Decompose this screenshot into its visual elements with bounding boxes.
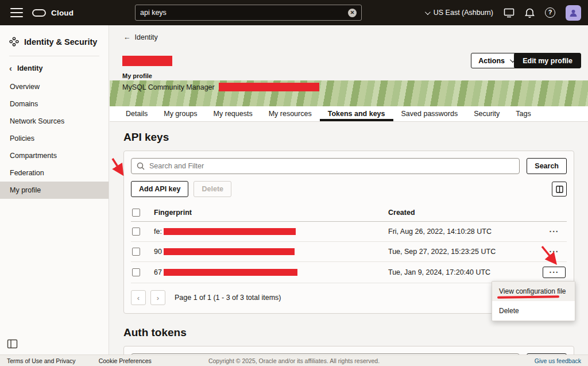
identity-security-icon: [9, 37, 19, 47]
global-search[interactable]: ✕: [135, 5, 362, 21]
table-header: Fingerprint Created: [131, 204, 567, 222]
tab-my-requests[interactable]: My requests: [206, 106, 261, 121]
created-cell: Tue, Sep 27, 2022, 15:23:25 UTC: [388, 248, 538, 256]
notifications-bell-icon[interactable]: [525, 7, 535, 18]
oci-console: Cloud ✕ US East (Ashburn): [0, 0, 588, 366]
tab-saved-passwords[interactable]: Saved passwords: [393, 106, 466, 121]
sidebar-back-identity[interactable]: ‹ Identity: [0, 56, 109, 78]
menu-item-view-configuration-file[interactable]: View configuration file: [492, 282, 575, 301]
topbar: Cloud ✕ US East (Ashburn): [0, 0, 588, 25]
redacted-description: [219, 83, 319, 91]
chevron-left-icon: ‹: [9, 66, 12, 71]
created-cell: Fri, Aug 26, 2022, 14:10:28 UTC: [388, 228, 538, 236]
oracle-logo: [32, 9, 46, 17]
delete-api-key-button[interactable]: Delete: [194, 181, 231, 197]
give-feedback-link[interactable]: Give us feedback: [535, 357, 581, 364]
terms-link[interactable]: Terms of Use and Privacy: [7, 357, 76, 364]
topbar-right: US East (Ashburn) ?: [425, 5, 581, 21]
pagination-summary: Page 1 of 1 (1 - 3 of 3 total items): [175, 294, 281, 302]
table-row: 67 Tue, Jan 9, 2024, 17:20:40 UTC ···: [131, 262, 567, 283]
api-keys-search[interactable]: [131, 158, 520, 174]
sidebar-nav: Overview Domains Network Sources Policie…: [0, 78, 109, 199]
annotation-red-underline: [497, 295, 559, 298]
menu-item-delete[interactable]: Delete: [492, 301, 575, 321]
sidebar-item-my-profile[interactable]: My profile: [0, 182, 109, 199]
sidebar-title: Identity & Security: [0, 25, 109, 56]
row-actions-icon[interactable]: ···: [543, 246, 566, 257]
global-search-input[interactable]: [140, 9, 348, 17]
sidebar-item-compartments[interactable]: Compartments: [0, 147, 109, 164]
tab-security[interactable]: Security: [466, 106, 508, 121]
user-avatar[interactable]: [566, 5, 581, 21]
help-icon[interactable]: ?: [545, 7, 555, 18]
footer: Terms of Use and Privacy Cookie Preferen…: [0, 355, 588, 366]
cookie-preferences-link[interactable]: Cookie Preferences: [99, 357, 152, 364]
profile-banner: ← Identity My profile MySQL Community Ma…: [110, 25, 588, 106]
created-cell: Tue, Jan 9, 2024, 17:20:40 UTC: [388, 268, 538, 276]
region-selector[interactable]: US East (Ashburn): [425, 9, 493, 17]
column-created: Created: [388, 209, 538, 217]
sidebar-item-overview[interactable]: Overview: [0, 78, 109, 95]
copyright-text: Copyright © 2025, Oracle and/or its affi…: [208, 357, 380, 364]
hamburger-menu-icon[interactable]: [10, 8, 23, 17]
select-all-checkbox[interactable]: [132, 209, 140, 217]
row-actions-icon[interactable]: ···: [543, 226, 566, 237]
redacted-fingerprint: [164, 269, 297, 276]
tab-details[interactable]: Details: [118, 106, 156, 121]
sidebar-item-federation[interactable]: Federation: [0, 164, 109, 182]
column-fingerprint: Fingerprint: [154, 209, 384, 217]
tab-tags[interactable]: Tags: [508, 106, 539, 121]
redacted-user-name: [122, 56, 172, 66]
table-row: 90 Tue, Sep 27, 2022, 15:23:25 UTC ···: [131, 242, 567, 262]
search-icon: [137, 162, 145, 170]
edit-my-profile-button[interactable]: Edit my profile: [514, 53, 581, 68]
profile-tabs: Details My groups My requests My resourc…: [110, 106, 588, 122]
profile-description: MySQL Community Manager: [122, 83, 319, 91]
clear-search-icon[interactable]: ✕: [348, 9, 357, 17]
region-label: US East (Ashburn): [434, 9, 493, 17]
redacted-fingerprint: [164, 228, 296, 235]
row-checkbox[interactable]: [132, 228, 140, 236]
tab-my-groups[interactable]: My groups: [156, 106, 205, 121]
table-row: fe: Fri, Aug 26, 2022, 14:10:28 UTC ···: [131, 222, 567, 242]
brand-label: Cloud: [51, 9, 74, 17]
chevron-down-icon: [425, 9, 431, 15]
row-checkbox[interactable]: [132, 248, 140, 256]
next-page-button[interactable]: ›: [150, 290, 165, 305]
auth-tokens-heading: Auth tokens: [123, 326, 574, 339]
previous-page-button[interactable]: ‹: [131, 290, 146, 305]
auth-tokens-panel: Search: [123, 346, 574, 355]
sidebar-item-policies[interactable]: Policies: [0, 130, 109, 147]
back-to-identity-link[interactable]: ← Identity: [123, 33, 158, 41]
add-api-key-button[interactable]: Add API key: [131, 181, 188, 197]
back-arrow-icon: ←: [123, 33, 131, 41]
api-keys-table: Fingerprint Created fe: Fri, Aug 26, 202…: [131, 204, 567, 283]
sidebar: Identity & Security ‹ Identity Overview …: [0, 25, 109, 355]
sidebar-item-network-sources[interactable]: Network Sources: [0, 113, 109, 130]
api-keys-search-input[interactable]: [149, 162, 514, 170]
row-checkbox[interactable]: [132, 268, 140, 276]
cloud-shell-icon[interactable]: [504, 8, 514, 18]
row-actions-icon-open[interactable]: ···: [543, 267, 566, 278]
redacted-fingerprint: [164, 248, 295, 255]
row-actions-context-menu: View configuration file Delete: [492, 281, 575, 321]
column-settings-icon[interactable]: [552, 182, 567, 197]
tab-tokens-and-keys[interactable]: Tokens and keys: [320, 106, 393, 121]
profile-label: My profile: [122, 72, 152, 79]
api-keys-search-button[interactable]: Search: [527, 158, 567, 174]
collapse-sidebar-icon[interactable]: [7, 339, 18, 349]
tab-my-resources[interactable]: My resources: [261, 106, 320, 121]
sidebar-item-domains[interactable]: Domains: [0, 95, 109, 113]
api-keys-heading: API keys: [123, 131, 574, 144]
